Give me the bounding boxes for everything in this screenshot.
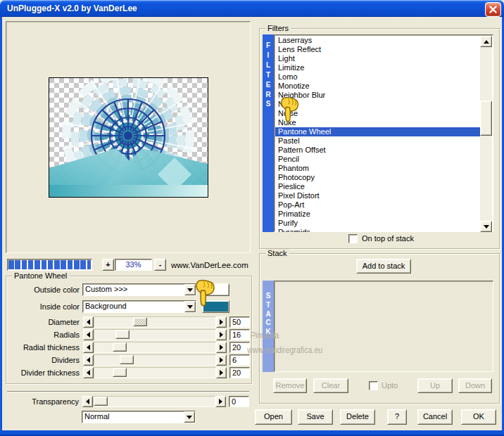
slider-thumb[interactable]: [115, 330, 130, 339]
slider-decrement-button[interactable]: [82, 396, 93, 407]
vendor-website-link[interactable]: www.VanDerLee.com: [171, 261, 248, 269]
vertical-letter: E: [266, 80, 271, 90]
scroll-down-button[interactable]: [480, 221, 492, 232]
slider-thumb[interactable]: [94, 397, 108, 406]
filter-list-item[interactable]: Pyramids: [275, 228, 481, 232]
down-button[interactable]: Down: [458, 378, 492, 393]
filter-list-item[interactable]: Pop-Art: [275, 200, 481, 210]
filter-list-item[interactable]: Laserrays: [275, 36, 481, 45]
slider-track[interactable]: [93, 396, 215, 407]
filter-list-item[interactable]: Noise: [275, 109, 481, 118]
filter-list-item[interactable]: Pixel Distort: [275, 191, 481, 200]
filter-list-item[interactable]: Photocopy: [275, 173, 481, 182]
slider-value-input[interactable]: 50: [229, 316, 250, 328]
slider-track[interactable]: [94, 329, 216, 340]
filter-list-item[interactable]: Limitize: [275, 63, 481, 72]
close-icon: [489, 6, 497, 13]
vertical-letter: F: [266, 41, 270, 51]
slider-value-input[interactable]: 16: [229, 329, 250, 340]
slider-increment-button[interactable]: [216, 316, 227, 328]
arrow-right-icon: [220, 370, 223, 376]
filter-list-item[interactable]: Primatize: [275, 210, 481, 219]
stack-list[interactable]: [274, 281, 493, 372]
filter-list-item[interactable]: Pantone Wheel: [275, 127, 481, 136]
arrow-left-icon: [87, 319, 90, 325]
slider-label: Radial thickness: [6, 343, 80, 352]
slider-increment-button[interactable]: [216, 342, 227, 353]
color-row-label: Outside color: [6, 286, 80, 294]
slider-decrement-button[interactable]: [83, 329, 94, 340]
blend-mode-value: Normal: [84, 412, 109, 421]
divider-line: [7, 391, 249, 392]
slider-thumb[interactable]: [133, 317, 147, 326]
close-button[interactable]: [485, 2, 501, 17]
titlebar[interactable]: UnPlugged-X v2.0 by VanDerLee: [0, 0, 504, 17]
slider-decrement-button[interactable]: [83, 316, 94, 328]
slider-decrement-button[interactable]: [83, 354, 94, 366]
blend-mode-dropdown-button[interactable]: [184, 411, 195, 423]
slider-track[interactable]: [94, 342, 216, 353]
slider-thumb[interactable]: [113, 368, 127, 377]
filter-list-item[interactable]: Lomo: [275, 72, 481, 82]
slider-increment-button[interactable]: [216, 354, 227, 366]
filters-group-label: Filters: [265, 24, 291, 32]
slider-thumb[interactable]: [113, 342, 127, 352]
zoom-in-button[interactable]: +: [102, 259, 114, 271]
color-value: Custom >>>: [85, 285, 127, 293]
ok-button[interactable]: OK: [461, 409, 496, 425]
filter-list-item[interactable]: Lens Reflect: [275, 45, 481, 54]
filter-list-item[interactable]: Phantom: [275, 164, 481, 173]
filter-list-item[interactable]: Light: [275, 54, 481, 63]
slider-increment-button[interactable]: [216, 367, 227, 378]
slider-value-input[interactable]: 20: [229, 367, 250, 378]
slider-decrement-button[interactable]: [83, 342, 94, 353]
filter-list-item[interactable]: Neon: [275, 100, 481, 109]
zoom-out-button[interactable]: -: [154, 259, 166, 271]
slider-row: Divider thickness20: [6, 366, 251, 379]
add-to-stack-button[interactable]: Add to stack: [356, 259, 411, 274]
remove-button[interactable]: Remove: [273, 378, 307, 393]
slider-decrement-button[interactable]: [83, 367, 94, 378]
delete-button[interactable]: Delete: [340, 409, 375, 425]
slider-value-input[interactable]: 6: [229, 354, 250, 366]
slider-thumb[interactable]: [120, 355, 134, 364]
slider-value-input[interactable]: 0: [229, 396, 249, 407]
color-combobox[interactable]: Custom >>>: [82, 283, 196, 296]
vertical-letter: S: [266, 292, 271, 301]
dropdown-arrow-icon: [187, 288, 193, 292]
filter-list-item[interactable]: Nuke: [275, 118, 481, 127]
upto-checkbox[interactable]: [369, 381, 378, 390]
filters-scrollbar[interactable]: [480, 36, 492, 232]
upto-label: Upto: [382, 381, 398, 390]
blend-mode-combobox[interactable]: Normal: [82, 411, 196, 423]
zoom-level-display: 33%: [115, 259, 152, 271]
slider-label: Dividers: [6, 356, 80, 364]
clear-button[interactable]: Clear: [313, 378, 348, 393]
open-button[interactable]: Open: [255, 409, 292, 425]
slider-track[interactable]: [94, 354, 216, 366]
slider-increment-button[interactable]: [216, 329, 227, 340]
up-button[interactable]: Up: [417, 378, 453, 393]
save-button[interactable]: Save: [298, 409, 333, 425]
scrollbar-thumb[interactable]: [480, 101, 492, 136]
slider-increment-button[interactable]: [215, 396, 226, 407]
filter-list-item[interactable]: Pieslice: [275, 182, 481, 191]
filter-list-item[interactable]: Purify: [275, 219, 481, 228]
slider-track[interactable]: [94, 316, 216, 328]
filter-list-item[interactable]: Pattern Offset: [275, 146, 481, 155]
slider-label: Diameter: [6, 318, 80, 326]
preview-image[interactable]: [49, 77, 208, 198]
filter-list-item[interactable]: Monotize: [275, 82, 481, 91]
filters-vertical-banner: FILTERS: [263, 34, 274, 232]
filter-list-item[interactable]: Pencil: [275, 155, 481, 164]
color-combobox[interactable]: Background: [82, 300, 196, 313]
vertical-letter: C: [265, 319, 270, 328]
on-top-of-stack-checkbox[interactable]: [348, 234, 358, 243]
window-border-left: [0, 17, 2, 436]
scroll-up-button[interactable]: [480, 36, 492, 47]
filter-list-item[interactable]: Neighbor Blur: [275, 91, 481, 100]
help-button[interactable]: ?: [387, 409, 407, 425]
filter-list-item[interactable]: Pastel: [275, 136, 481, 146]
slider-track[interactable]: [94, 367, 216, 378]
cancel-button[interactable]: Cancel: [417, 409, 453, 425]
